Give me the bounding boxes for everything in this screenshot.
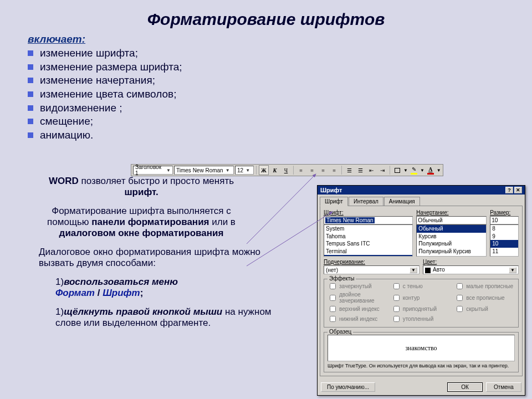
style-label: Начертание: — [416, 209, 487, 216]
svg-line-0 — [247, 174, 316, 244]
tab-animation[interactable]: Анимация — [384, 197, 420, 206]
list-item: изменение размера шрифта; — [28, 60, 532, 74]
body-text: WORD позволяет быстро и просто менять шр… — [39, 176, 244, 329]
list-item: изменение начертания; — [28, 74, 532, 88]
align-left-button[interactable]: ≡ — [296, 165, 306, 175]
chevron-down-icon: ▼ — [245, 168, 250, 173]
list-item: изменение цвета символов; — [28, 88, 532, 101]
color-label: Цвет: — [423, 259, 519, 265]
effect-emboss[interactable]: приподнятый — [391, 304, 452, 314]
effect-superscript[interactable]: верхний индекс — [328, 304, 388, 314]
page-title: Форматирование шрифтов — [0, 0, 532, 29]
effect-strikethrough[interactable]: зачеркнутый — [328, 282, 388, 291]
outdent-button[interactable]: ⇤ — [366, 165, 376, 175]
list-item[interactable]: Полужирный — [417, 240, 486, 248]
sample-hint: Шрифт TrueType. Он используется для выво… — [328, 363, 515, 369]
menu-font-link: Шрифт — [103, 288, 140, 298]
font-dialog: Шрифт ? ✕ Шрифт Интервал Анимация Шрифт:… — [317, 185, 525, 396]
list-item[interactable]: Times New Roman — [324, 255, 412, 257]
word-label: WORD — [49, 176, 79, 186]
paragraph-ways: Диалоговое окно форматирования шрифта мо… — [39, 247, 260, 269]
tab-interval[interactable]: Интервал — [349, 197, 383, 206]
tab-font[interactable]: Шрифт — [320, 197, 348, 206]
list-item[interactable]: System — [324, 225, 412, 233]
chevron-down-icon: ▼ — [410, 267, 417, 273]
dialog-tabs: Шрифт Интервал Анимация — [318, 195, 525, 206]
borders-button[interactable] — [392, 165, 402, 175]
menu-format-link: Формат — [55, 288, 95, 298]
default-button[interactable]: По умолчанию... — [321, 382, 375, 392]
size-select[interactable]: 12▼ — [235, 166, 254, 175]
chevron-down-icon[interactable]: ▼ — [437, 168, 441, 173]
style-input[interactable]: Обычный — [416, 216, 487, 224]
list-item: анимацию. — [28, 129, 532, 142]
formatting-toolbar: Заголовок 1▼ Times New Roman▼ 12▼ Ж К Ч … — [131, 164, 443, 176]
style-listbox[interactable]: Обычный Курсив Полужирный Полужирный Кур… — [416, 224, 487, 257]
list-item[interactable]: Tempus Sans ITC — [324, 240, 412, 248]
effect-outline[interactable]: контур — [391, 291, 452, 304]
size-input[interactable]: 10 — [490, 216, 519, 224]
size-listbox[interactable]: 8 9 10 11 12 — [490, 224, 519, 257]
list-item[interactable]: Полужирный Курсив — [417, 248, 486, 255]
chevron-down-icon: ▼ — [509, 267, 516, 273]
includes-label: включает: — [28, 33, 532, 45]
effect-subscript[interactable]: нижний индекс — [328, 314, 388, 324]
font-select[interactable]: Times New Roman▼ — [174, 166, 234, 175]
chevron-down-icon: ▼ — [226, 168, 230, 173]
style-select[interactable]: Заголовок 1▼ — [133, 166, 173, 175]
highlight-button[interactable]: ✎ — [409, 165, 419, 175]
list-item: изменение шрифта; — [28, 47, 532, 60]
sample-legend: Образец — [328, 329, 353, 335]
underline-select[interactable]: (нет)▼ — [324, 265, 420, 274]
help-icon[interactable]: ? — [505, 187, 513, 193]
bold-button[interactable]: Ж — [259, 165, 269, 175]
list-item[interactable]: 9 — [490, 233, 518, 241]
numbered-list-button[interactable]: ☰ — [344, 165, 354, 175]
size-label: Размер: — [490, 209, 519, 216]
effect-shadow[interactable]: с тенью — [391, 282, 452, 291]
font-listbox[interactable]: System Tahoma Tempus Sans ITC Terminal T… — [324, 224, 413, 257]
sample-fieldset: Образец знакомство Шрифт TrueType. Он ис… — [324, 332, 519, 372]
list-item: видоизменение ; — [28, 101, 532, 115]
align-right-button[interactable]: ≡ — [318, 165, 328, 175]
dialog-title-text: Шрифт — [320, 187, 342, 193]
bulleted-list-button[interactable]: ☰ — [355, 165, 365, 175]
chevron-down-icon[interactable]: ▼ — [420, 168, 424, 173]
list-item[interactable]: Tahoma — [324, 233, 412, 241]
list-item[interactable]: Курсив — [417, 233, 486, 241]
bullet-list: изменение шрифта; изменение размера шриф… — [28, 47, 532, 142]
chevron-down-icon[interactable]: ▼ — [403, 168, 408, 173]
font-label: Шрифт: — [324, 209, 413, 216]
color-select[interactable]: Авто▼ — [423, 265, 519, 274]
sample-preview: знакомство — [328, 335, 515, 361]
font-color-button[interactable]: А — [426, 165, 436, 175]
effect-double-strike[interactable]: двойное зачеркивание — [328, 291, 388, 304]
effect-allcaps[interactable]: все прописные — [454, 291, 515, 304]
chevron-down-icon: ▼ — [166, 168, 171, 173]
close-icon[interactable]: ✕ — [514, 187, 522, 193]
italic-button[interactable]: К — [270, 165, 280, 175]
list-item[interactable]: 10 — [490, 240, 518, 248]
underline-button[interactable]: Ч — [281, 165, 291, 175]
align-center-button[interactable]: ≡ — [307, 165, 317, 175]
effect-hidden[interactable]: скрытый — [454, 304, 515, 314]
list-item[interactable]: 11 — [490, 248, 518, 255]
effects-fieldset: Эффекты зачеркнутый с тенью малые пропис… — [324, 279, 519, 328]
list-item[interactable]: 12 — [490, 255, 518, 257]
effect-engrave[interactable]: утопленный — [391, 314, 452, 324]
underline-label: Подчеркивание: — [324, 259, 420, 265]
effects-legend: Эффекты — [328, 275, 356, 282]
font-input[interactable]: Times New Roman — [324, 216, 413, 224]
dialog-title-bar: Шрифт ? ✕ — [318, 186, 525, 195]
cancel-button[interactable]: Отмена — [486, 382, 521, 392]
list-item: смещение; — [28, 115, 532, 129]
list-item[interactable]: Terminal — [324, 248, 412, 255]
effect-smallcaps[interactable]: малые прописные — [454, 282, 515, 291]
list-item[interactable]: 8 — [490, 225, 518, 233]
indent-button[interactable]: ⇥ — [377, 165, 387, 175]
ok-button[interactable]: ОК — [447, 382, 483, 392]
align-justify-button[interactable]: ≡ — [329, 165, 339, 175]
list-item[interactable]: Обычный — [417, 225, 486, 233]
